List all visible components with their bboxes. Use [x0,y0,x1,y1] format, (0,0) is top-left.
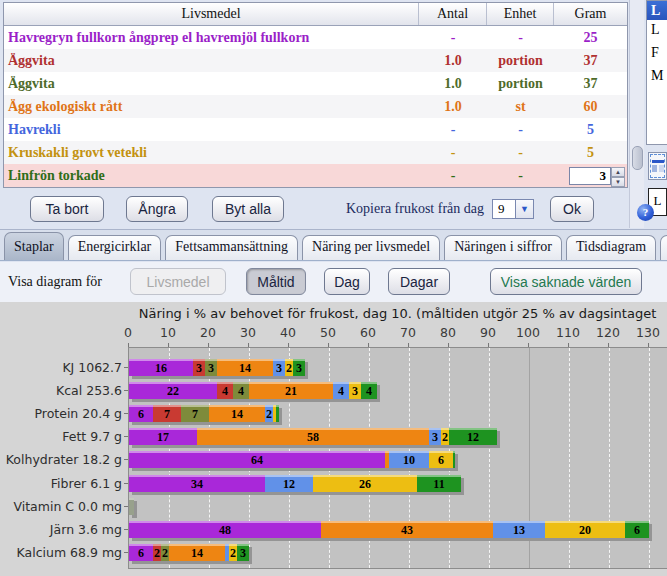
bar-segment-blue[interactable]: 2 [265,405,273,422]
bar-segment-yellow[interactable]: 6 [429,451,453,468]
bar-segment-green[interactable]: 3 [237,544,249,561]
bar-segment-green[interactable]: 3 [293,359,305,376]
col-header-livsmedel[interactable]: Livsmedel [4,3,419,25]
col-header-enhet[interactable]: Enhet [487,3,554,25]
bar-segment-purple[interactable]: 34 [129,475,265,492]
food-name[interactable]: Ägg ekologiskt rått [4,99,419,115]
bar-segment-green[interactable]: 4 [361,382,377,399]
bar-segment-purple[interactable]: 16 [129,359,193,376]
tab-fettsammans-ttning[interactable]: Fettsammansättning [165,235,298,260]
stacked-bar[interactable]: 17583212 [129,428,497,445]
chevron-down-icon[interactable]: ▼ [516,199,534,219]
stacked-bar[interactable]: 224421434 [129,382,377,399]
stacked-bar[interactable]: 677142 [129,405,279,422]
table-row[interactable]: Äggvita 1.0 portion37 [4,49,627,72]
bar-segment-green[interactable] [453,451,455,468]
tab-staplar[interactable]: Staplar [4,232,64,260]
table-row[interactable]: Havregryn fullkorn ångprep el havremjöl … [4,26,627,49]
table-row[interactable]: Linfrön torkade - - 3 ▲▼ [4,164,627,187]
tab-salt[interactable]: Salt [660,235,667,260]
bar-segment-red[interactable]: 3 [193,359,205,376]
col-header-antal[interactable]: Antal [419,3,487,25]
bar-segment-blue[interactable]: 12 [265,475,313,492]
show-missing-values-button[interactable]: Visa saknade värden [490,268,642,295]
food-name[interactable]: Havregryn fullkorn ångprep el havremjöl … [4,30,419,46]
bar-segment-grey[interactable] [129,498,134,515]
tab-n-ringen-i-siffror[interactable]: Näringen i siffror [444,235,562,260]
stepper-down-icon[interactable]: ▼ [611,177,625,187]
meal-list-item[interactable]: L [647,20,667,43]
meal-list-item[interactable]: F [647,43,667,66]
bar-segment-purple[interactable]: 17 [129,428,197,445]
table-row[interactable]: Ägg ekologiskt rått 1.0 st60 [4,95,627,118]
bar-segment-orange[interactable]: 14 [209,405,265,422]
dagar-button[interactable]: Dagar [388,268,450,295]
bar-segment-olive[interactable]: 7 [181,405,209,422]
stacked-bar[interactable]: 163314323 [129,359,305,376]
bar-segment-orange[interactable]: 58 [197,428,429,445]
bar-segment-olive[interactable]: 2 [161,544,169,561]
bar-segment-green[interactable]: 12 [449,428,497,445]
stepper-up-icon[interactable]: ▲ [611,167,625,177]
bar-segment-orange[interactable]: 14 [217,359,273,376]
meal-list-item[interactable]: M [647,66,667,89]
bar-segment-olive[interactable]: 3 [205,359,217,376]
bar-segment-green[interactable]: 6 [625,521,649,538]
bar-segment-orange[interactable]: 21 [249,382,333,399]
bar-segment-yellow[interactable]: 2 [441,428,449,445]
day-select-value[interactable]: 9 [492,199,516,219]
table-row[interactable]: Kruskakli grovt vetekli - -5 [4,141,627,164]
tab-n-ring-per-livsmedel[interactable]: Näring per livsmedel [302,235,440,260]
maltid-button[interactable]: Måltid [246,268,306,295]
stacked-bar[interactable]: 64106 [129,451,455,468]
tab-energicirklar[interactable]: Energicirklar [68,235,162,260]
bar-segment-yellow[interactable]: 2 [229,544,237,561]
bar-segment-blue[interactable]: 4 [333,382,349,399]
food-name[interactable]: Havrekli [4,122,419,138]
tab-tidsdiagram[interactable]: Tidsdiagram [566,235,656,260]
bar-segment-purple[interactable]: 48 [129,521,321,538]
undo-button[interactable]: Ångra [126,196,188,222]
bar-segment-purple[interactable]: 22 [129,382,217,399]
ok-button[interactable]: Ok [550,196,594,222]
stacked-bar[interactable] [129,498,134,515]
stacked-bar[interactable]: 6221423 [129,544,249,561]
meal-list-item[interactable]: L [647,1,667,20]
bar-segment-purple[interactable]: 6 [129,405,153,422]
table-icon-button[interactable] [648,152,667,180]
food-name[interactable]: Linfrön torkade [4,168,419,184]
bar-segment-red[interactable]: 7 [153,405,181,422]
bar-segment-yellow[interactable]: 20 [545,521,625,538]
scrollbar-thumb[interactable] [632,146,643,170]
bar-segment-orange[interactable]: 14 [169,544,225,561]
bar-segment-red[interactable]: 4 [217,382,233,399]
bar-segment-purple[interactable]: 64 [129,451,385,468]
bar-segment-purple[interactable]: 6 [129,544,153,561]
bar-segment-yellow[interactable]: 3 [349,382,361,399]
remove-button[interactable]: Ta bort [30,196,104,222]
help-icon[interactable]: ? [637,204,654,221]
table-row[interactable]: Äggvita 1.0 portion37 [4,72,627,95]
swap-all-button[interactable]: Byt alla [212,196,284,222]
bar-segment-green[interactable] [276,405,279,422]
col-header-gram[interactable]: Gram [554,3,627,25]
gram-input[interactable]: 3 [569,167,611,185]
bar-segment-orange[interactable]: 43 [321,521,493,538]
food-name[interactable]: Äggvita [4,53,419,69]
stacked-bar[interactable]: 34122611 [129,475,461,492]
bar-segment-blue[interactable]: 10 [389,451,429,468]
table-row[interactable]: Havrekli - -5 [4,118,627,141]
bar-segment-yellow[interactable]: 26 [313,475,417,492]
bar-segment-blue[interactable]: 3 [273,359,285,376]
bar-segment-red[interactable]: 2 [153,544,161,561]
food-name[interactable]: Äggvita [4,76,419,92]
stacked-bar[interactable]: 484313206 [129,521,649,538]
bar-segment-yellow[interactable]: 2 [285,359,293,376]
gram-stepper[interactable]: ▲▼ [611,167,625,185]
dag-button[interactable]: Dag [324,268,370,295]
bar-segment-olive[interactable]: 4 [233,382,249,399]
day-select[interactable]: 9 ▼ [492,199,534,219]
bar-segment-blue[interactable]: 13 [493,521,545,538]
food-name[interactable]: Kruskakli grovt vetekli [4,145,419,161]
bar-segment-blue[interactable]: 3 [429,428,441,445]
